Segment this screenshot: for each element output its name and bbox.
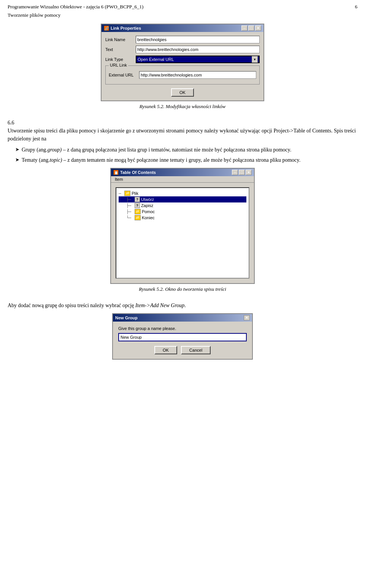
toc-maximize-button[interactable]: □: [239, 170, 245, 175]
tree-item-zapisz[interactable]: ├─ ? Zapisz: [119, 202, 246, 209]
text-input[interactable]: [136, 46, 260, 53]
bullet-arrow-icon: ➤: [15, 146, 19, 153]
newgroup-titlebar: New Group ✕: [113, 314, 252, 322]
link-name-input[interactable]: [136, 36, 260, 43]
newgroup-dialog-wrapper: New Group ✕ Give this group a name pleas…: [112, 313, 253, 360]
link-type-value: Open External URL: [138, 57, 174, 62]
page-subtitle: Tworzenie plików pomocy: [8, 12, 357, 18]
select-arrow-icon[interactable]: ▼: [252, 56, 258, 63]
titlebar-left: 🔗 Link Properties: [104, 25, 141, 31]
tree-label-plik: Plik: [132, 191, 138, 196]
newgroup-dialog: New Group ✕ Give this group a name pleas…: [112, 313, 253, 360]
after-toc-text-suffix: .: [184, 303, 186, 308]
figure-2-container: 📋 Table Of Contents ─ □ ✕ Item ─: [8, 168, 357, 298]
toc-dialog: 📋 Table Of Contents ─ □ ✕ Item ─: [110, 168, 255, 284]
connector-koniec: └─: [126, 215, 134, 220]
link-props-titlebar: 🔗 Link Properties ─ □ ✕: [102, 24, 263, 32]
maximize-button[interactable]: □: [248, 25, 254, 31]
folder-icon-plik: 📁: [124, 191, 130, 196]
link-name-label: Link Name: [105, 37, 136, 42]
newgroup-label: Give this group a name please.: [118, 326, 247, 331]
titlebar-buttons[interactable]: ─ □ ✕: [241, 25, 261, 31]
figure-1-container: 🔗 Link Properties ─ □ ✕ Link Name Text: [8, 24, 357, 115]
bullet-topics-text: Tematy (ang.topic) – z danym tematem nie…: [22, 156, 300, 164]
after-toc-section: Aby dodać nową grupę do spisu treści nal…: [8, 301, 357, 309]
newgroup-dialog-title: New Group: [115, 316, 138, 320]
ok-button[interactable]: OK: [171, 88, 194, 97]
dialog-title: Link Properties: [111, 26, 141, 30]
question-icon-zapisz: ?: [135, 203, 140, 208]
tree-label-koniec: Koniec: [142, 215, 155, 220]
section-paragraph-1: 6.6 Utworzenie spisu treści dla pliku po…: [8, 119, 357, 143]
text-row: Text: [105, 46, 260, 53]
newgroup-close-button[interactable]: ✕: [244, 315, 250, 320]
text-label: Text: [105, 47, 136, 52]
url-link-legend: URL Link: [109, 63, 128, 67]
toc-tree: ─ 📁 Plik ├─ ? Utwórz ├─ ? Zapisz: [116, 187, 249, 279]
newgroup-btn-row: OK Cancel: [118, 346, 247, 354]
toc-dialog-wrapper: 📋 Table Of Contents ─ □ ✕ Item ─: [110, 168, 255, 284]
after-toc-text-prefix: Aby dodać nową grupę do spisu treści nal…: [8, 303, 135, 308]
after-toc-paragraph: Aby dodać nową grupę do spisu treści nal…: [8, 301, 357, 309]
url-link-group: URL Link External URL: [105, 65, 260, 84]
tree-item-utworz[interactable]: ├─ ? Utwórz: [119, 196, 246, 202]
bullet-topics: ➤ Tematy (ang.topic) – z danym tematem n…: [8, 156, 357, 164]
link-properties-dialog-wrapper: 🔗 Link Properties ─ □ ✕ Link Name Text: [101, 24, 264, 101]
connector-pomoc: ├─: [126, 209, 134, 214]
external-url-label: External URL: [109, 73, 139, 77]
question-icon-utworz: ?: [135, 197, 140, 202]
link-type-row: Link Type Open External URL ▼: [105, 56, 260, 63]
toc-menubar: Item: [111, 176, 254, 183]
connector-zapisz: ├─: [126, 203, 134, 208]
tree-label-utworz: Utwórz: [141, 197, 154, 202]
toc-tree-area: ─ 📁 Plik ├─ ? Utwórz ├─ ? Zapisz: [111, 183, 254, 283]
toc-titlebar: 📋 Table Of Contents ─ □ ✕: [111, 169, 254, 176]
external-url-row: External URL: [109, 71, 256, 79]
toc-titlebar-buttons[interactable]: ─ □ ✕: [232, 170, 252, 175]
section-6-6: 6.6 Utworzenie spisu treści dla pliku po…: [8, 119, 357, 164]
toc-minimize-button[interactable]: ─: [232, 170, 238, 175]
tree-item-koniec[interactable]: └─ 📁 Koniec: [119, 215, 246, 221]
toc-titlebar-left: 📋 Table Of Contents: [113, 170, 156, 175]
folder-icon-koniec: 📁: [135, 215, 141, 220]
newgroup-ok-button[interactable]: OK: [154, 346, 177, 354]
tree-label-pomoc: Pomoc: [142, 209, 155, 214]
bullet-arrow-2-icon: ➤: [15, 156, 19, 164]
section-text-1: Utworzenie spisu treści dla pliku pomocy…: [8, 128, 356, 142]
toc-dialog-icon: 📋: [113, 170, 119, 175]
figure-1-caption: Rysunek 5.2. Modyfikacja własności linkó…: [140, 104, 226, 110]
toc-dialog-title: Table Of Contents: [120, 170, 156, 175]
after-toc-text-italic: Item->Add New Group: [135, 303, 184, 308]
toc-close-button[interactable]: ✕: [246, 170, 252, 175]
figure-3-container: New Group ✕ Give this group a name pleas…: [8, 313, 357, 360]
toc-menu-item[interactable]: Item: [113, 177, 124, 182]
figure-2-caption: Rysunek 5.2. Okno do tworzenia spisu tre…: [139, 286, 226, 292]
folder-icon-pomoc: 📁: [135, 209, 141, 214]
bullet-group: ➤ Grupy (ang.group) – z daną grupą połąc…: [8, 146, 357, 154]
tree-label-zapisz: Zapisz: [141, 203, 153, 208]
newgroup-content: Give this group a name please. OK Cancel: [113, 322, 252, 359]
tree-item-plik[interactable]: ─ 📁 Plik: [119, 190, 246, 196]
link-props-content: Link Name Text Link Type Open External U…: [102, 32, 263, 100]
connector-utworz: ├─: [126, 197, 134, 202]
newgroup-cancel-button[interactable]: Cancel: [181, 346, 211, 354]
bullet-group-text: Grupy (ang.group) – z daną grupą połączo…: [22, 146, 291, 154]
link-name-row: Link Name: [105, 36, 260, 43]
section-heading: 6.6: [8, 120, 14, 126]
close-button[interactable]: ✕: [255, 25, 261, 31]
external-url-input[interactable]: [139, 71, 256, 79]
link-type-label: Link Type: [105, 57, 136, 62]
page-title: Programowanie Wizualno Obiektowe - zajęc…: [8, 4, 143, 10]
link-type-select[interactable]: Open External URL ▼: [136, 56, 260, 63]
minimize-button[interactable]: ─: [241, 25, 248, 31]
dialog-icon: 🔗: [104, 25, 109, 31]
tree-item-pomoc[interactable]: ├─ 📁 Pomoc: [119, 209, 246, 215]
link-properties-dialog: 🔗 Link Properties ─ □ ✕ Link Name Text: [101, 24, 264, 101]
ok-btn-row: OK: [105, 88, 260, 97]
connector-plik: ─: [119, 191, 124, 196]
newgroup-input[interactable]: [118, 333, 247, 341]
page-header: Programowanie Wizualno Obiektowe - zajęc…: [8, 4, 357, 10]
page-number: 6: [355, 4, 358, 10]
